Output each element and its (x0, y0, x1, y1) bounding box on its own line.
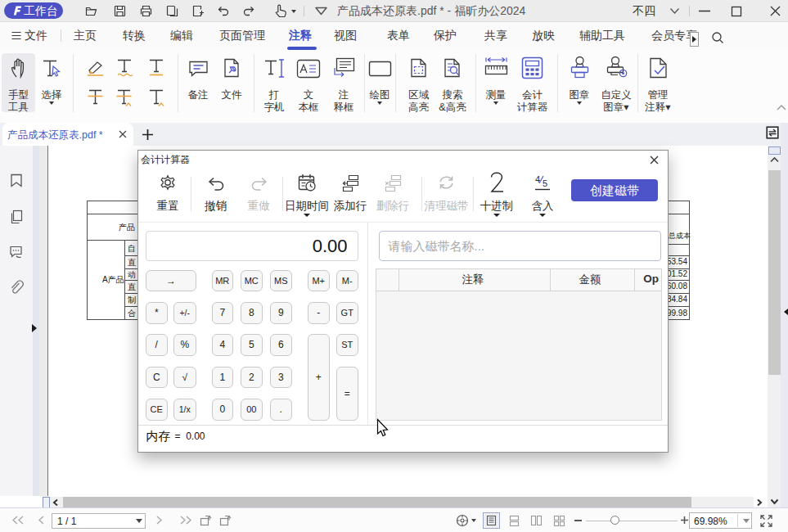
svg-text:5: 5 (543, 178, 547, 188)
